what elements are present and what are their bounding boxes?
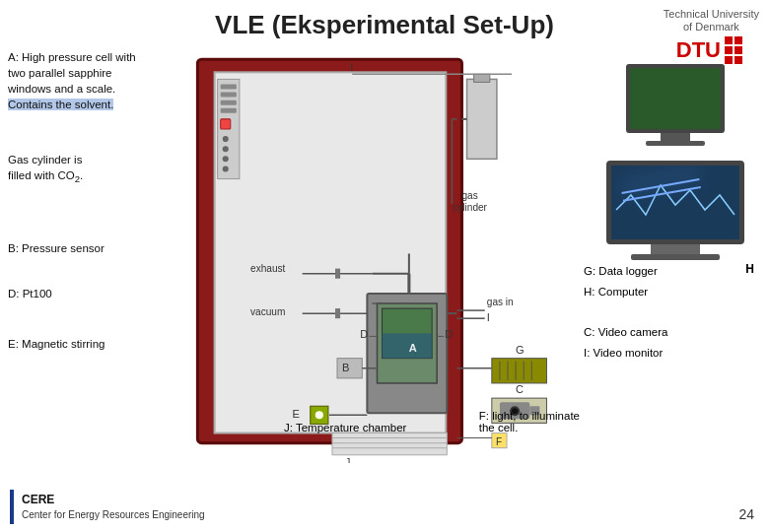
- svg-point-11: [223, 166, 229, 171]
- svg-text:gas: gas: [461, 190, 477, 201]
- svg-rect-12: [467, 79, 497, 159]
- svg-text:C: C: [516, 383, 524, 395]
- footer-text: CERE Center for Energy Resources Enginee…: [22, 492, 205, 522]
- svg-rect-5: [221, 100, 237, 105]
- monitor-base: [646, 141, 705, 146]
- svg-text:gas in: gas in: [487, 297, 514, 307]
- monitor-stand: [661, 133, 690, 141]
- svg-text:G: G: [516, 344, 524, 356]
- svg-rect-7: [221, 119, 231, 129]
- left-description-panel: A: High pressure cell with two parallel …: [8, 49, 175, 360]
- slide-header: VLE (Eksperimental Set-Up): [0, 0, 769, 44]
- svg-rect-23: [335, 269, 340, 279]
- svg-text:D: D: [360, 328, 368, 340]
- svg-rect-76: [611, 166, 739, 239]
- org-name: CERE: [22, 492, 205, 508]
- svg-point-8: [223, 136, 229, 142]
- svg-rect-66: [332, 433, 447, 455]
- svg-text:J: J: [345, 457, 350, 463]
- svg-text:D: D: [445, 328, 453, 340]
- computer-stand: [651, 244, 700, 254]
- g-label: G: Data logger: [584, 261, 761, 282]
- svg-text:B: B: [342, 362, 349, 373]
- right-equipment-panel: H: [592, 54, 759, 276]
- right-component-labels: G: Data logger H: Computer C: Video came…: [584, 261, 761, 363]
- label-e: E: Magnetic stirring: [8, 336, 175, 352]
- svg-rect-3: [221, 84, 237, 89]
- svg-rect-27: [335, 308, 340, 318]
- org-full-name: Center for Energy Resources Engineering: [22, 508, 205, 522]
- svg-point-9: [223, 146, 229, 152]
- j-label-bottom: J: Temperature chamber: [284, 422, 406, 433]
- label-b: B: Pressure sensor: [8, 240, 175, 256]
- svg-point-54: [315, 411, 323, 419]
- footer-bar-decoration: [10, 490, 14, 524]
- svg-text:A: A: [409, 342, 417, 354]
- page-title: VLE (Eksperimental Set-Up): [0, 10, 769, 40]
- svg-text:exhaust: exhaust: [250, 263, 286, 274]
- svg-rect-4: [221, 93, 237, 98]
- svg-point-10: [223, 156, 229, 162]
- svg-text:I: I: [350, 61, 353, 73]
- label-gas: Gas cylinder is filled with CO2.: [8, 152, 175, 186]
- dtu-university-text: Technical University of Denmark: [664, 8, 759, 33]
- svg-text:I: I: [487, 311, 490, 323]
- svg-text:F: F: [496, 436, 502, 447]
- svg-rect-13: [474, 74, 490, 82]
- page-number: 24: [738, 506, 754, 522]
- label-d: D: Pt100: [8, 286, 175, 301]
- svg-text:vacuum: vacuum: [250, 306, 285, 317]
- video-monitor-screen: [626, 64, 725, 133]
- h-label: H: Computer: [584, 282, 761, 302]
- svg-text:cylinder: cylinder: [453, 202, 487, 213]
- svg-rect-38: [337, 359, 362, 378]
- svg-text:E: E: [293, 408, 300, 420]
- f-label-bottom: F: light, to illuminatethe cell.: [479, 410, 580, 433]
- footer-panel: CERE Center for Energy Resources Enginee…: [10, 490, 205, 524]
- c-label: C: Video camera: [584, 322, 761, 343]
- svg-rect-6: [221, 108, 237, 113]
- computer-base: [631, 254, 720, 260]
- computer-screen: [606, 161, 744, 244]
- experiment-diagram: gas cylinder I exhaust vacuum gas in I A…: [163, 54, 592, 463]
- svg-rect-36: [383, 333, 433, 358]
- contains-solvent-text: Contains the solvent.: [8, 99, 113, 110]
- label-a: A: High pressure cell with two parallel …: [8, 49, 175, 112]
- i-label: I: Video monitor: [584, 343, 761, 364]
